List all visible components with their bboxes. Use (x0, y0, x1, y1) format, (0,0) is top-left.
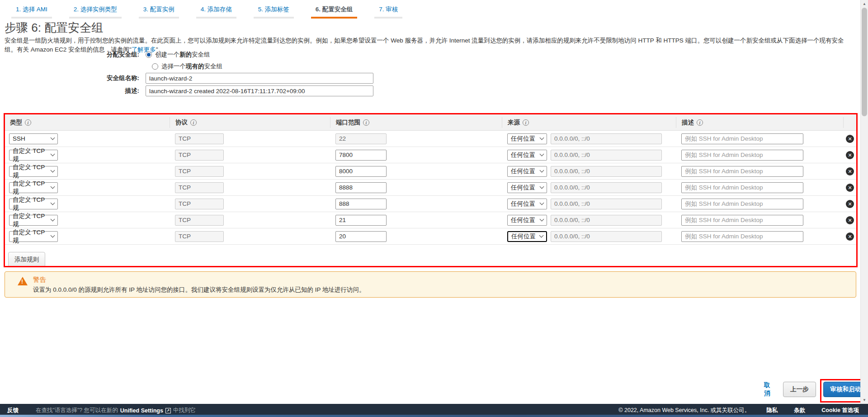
rule-port-input[interactable] (335, 150, 387, 161)
source-type-value: 任何位置 (511, 200, 535, 208)
chevron-down-icon (540, 217, 544, 222)
rule-type-value: 自定义 TCP 规 (13, 228, 51, 245)
rule-port-input[interactable] (335, 166, 387, 177)
rule-type-value: 自定义 TCP 规 (13, 180, 51, 196)
rule-source-input (551, 215, 662, 226)
radio-select-existing-group[interactable] (152, 63, 158, 70)
wizard-tab[interactable]: 2. 选择实例类型 (69, 3, 122, 19)
rule-protocol-input (175, 199, 224, 209)
rule-source-input (551, 199, 662, 209)
rule-description-input[interactable] (681, 231, 803, 242)
rule-row: 自定义 TCP 规 任何位置 ✕ (5, 212, 857, 228)
radio-create-new-group[interactable] (146, 52, 152, 58)
rule-description-input[interactable] (681, 166, 803, 177)
rule-type-select[interactable]: 自定义 TCP 规 (9, 231, 58, 242)
wizard-tab[interactable]: 5. 添加标签 (254, 3, 294, 19)
delete-rule-icon[interactable]: ✕ (846, 167, 854, 175)
rule-type-select[interactable]: 自定义 TCP 规 (9, 182, 58, 193)
wizard-tab[interactable]: 1. 选择 AMI (11, 3, 52, 19)
source-select[interactable]: 任何位置 (507, 215, 547, 226)
security-rules-table: 类型 协议 端口范围 来源 描述 SSH 任何位置 (5, 114, 857, 267)
source-type-value: 任何位置 (511, 232, 536, 241)
scrollbar-thumb[interactable] (862, 8, 867, 116)
copyright-text: © 2022, Amazon Web Services, Inc. 或其关联公司… (618, 407, 750, 414)
info-icon[interactable] (523, 119, 529, 126)
rule-port-input[interactable] (335, 199, 387, 209)
unified-settings-link[interactable]: Unified Settings (120, 408, 163, 414)
feedback-link[interactable]: 反馈 (7, 407, 19, 414)
source-select[interactable]: 任何位置 (507, 199, 547, 209)
rule-port-input[interactable] (335, 215, 387, 226)
group-name-input[interactable] (146, 73, 373, 84)
rule-row: SSH 任何位置 ✕ (5, 131, 857, 147)
rule-description-input[interactable] (681, 182, 803, 193)
rule-description-input[interactable] (681, 199, 803, 209)
group-desc-input[interactable] (146, 85, 373, 96)
wizard-tab[interactable]: 4. 添加存储 (196, 3, 236, 19)
col-header-port-range: 端口范围 (330, 117, 502, 128)
wizard-actions: 取消 上一步 审核和启动 (764, 381, 868, 398)
assign-group-label: 分配安全组: (0, 51, 146, 59)
scroll-down-icon[interactable]: ▼ (861, 396, 868, 404)
source-select[interactable]: 任何位置 (507, 182, 547, 193)
rule-description-input[interactable] (681, 150, 803, 161)
rule-protocol-input (175, 150, 224, 161)
cancel-button[interactable]: 取消 (764, 381, 776, 398)
scroll-up-icon[interactable]: ▲ (861, 0, 868, 8)
chevron-down-icon (51, 201, 55, 205)
rule-port-input[interactable] (335, 182, 387, 193)
chevron-down-icon (540, 152, 544, 156)
delete-rule-icon[interactable]: ✕ (846, 184, 854, 192)
source-type-value: 任何位置 (511, 167, 535, 175)
language-hint: 在查找"语言选择"? 您可以在新的 Unified Settings ↗ 中找到… (36, 407, 196, 414)
info-icon[interactable] (363, 119, 369, 126)
source-select[interactable]: 任何位置 (507, 231, 547, 242)
terms-link[interactable]: 条款 (794, 407, 805, 414)
delete-rule-icon[interactable]: ✕ (846, 200, 854, 208)
wizard-tab[interactable]: 7. 审核 (374, 3, 402, 19)
cookie-preferences-link[interactable]: Cookie 首选项 (821, 407, 859, 414)
rule-description-input[interactable] (681, 215, 803, 226)
language-hint-pre: 在查找"语言选择"? 您可以在新的 (36, 407, 118, 414)
rule-port-input (335, 133, 387, 144)
wizard-tab[interactable]: 6. 配置安全组 (311, 3, 358, 19)
rule-source-input (551, 133, 662, 144)
delete-rule-icon[interactable]: ✕ (846, 135, 854, 143)
rule-type-value: 自定义 TCP 规 (13, 163, 51, 180)
rule-protocol-input (175, 166, 224, 177)
rule-source-input (551, 150, 662, 161)
rule-type-value: 自定义 TCP 规 (13, 147, 51, 163)
warning-box: 警告 设置为 0.0.0.0/0 的源规则允许所有 IP 地址访问您的接口。我们… (5, 271, 856, 298)
source-select[interactable]: 任何位置 (507, 166, 547, 177)
previous-step-button[interactable]: 上一步 (783, 382, 816, 397)
rule-type-select[interactable]: 自定义 TCP 规 (9, 150, 58, 161)
rule-port-input[interactable] (335, 231, 387, 242)
rule-type-select[interactable]: 自定义 TCP 规 (9, 215, 58, 226)
info-icon[interactable] (697, 119, 703, 126)
wizard-tab[interactable]: 3. 配置实例 (139, 3, 179, 19)
delete-rule-icon[interactable]: ✕ (846, 216, 854, 224)
source-select[interactable]: 任何位置 (507, 133, 547, 144)
rule-type-select[interactable]: SSH (9, 133, 58, 144)
privacy-link[interactable]: 隐私 (766, 407, 778, 414)
rule-type-value: 自定义 TCP 规 (13, 212, 51, 228)
rule-type-select[interactable]: 自定义 TCP 规 (9, 166, 58, 177)
chevron-down-icon (539, 233, 544, 238)
delete-rule-icon[interactable]: ✕ (846, 151, 854, 159)
source-select[interactable]: 任何位置 (507, 150, 547, 161)
chevron-down-icon (51, 185, 55, 189)
col-header-description: 描述 (676, 117, 843, 128)
info-icon[interactable] (25, 119, 31, 126)
vertical-scrollbar[interactable]: ▲ ▼ (860, 0, 868, 404)
info-icon[interactable] (190, 119, 197, 126)
delete-rule-icon[interactable]: ✕ (846, 232, 854, 241)
source-type-value: 任何位置 (511, 151, 535, 159)
language-hint-post: 中找到它 (173, 407, 196, 414)
wizard-tabs: 1. 选择 AMI2. 选择实例类型3. 配置实例4. 添加存储5. 添加标签6… (11, 3, 402, 19)
chevron-down-icon (540, 201, 544, 205)
warning-body: 设置为 0.0.0.0/0 的源规则允许所有 IP 地址访问您的接口。我们建议将… (33, 286, 365, 294)
rule-type-select[interactable]: 自定义 TCP 规 (9, 199, 58, 209)
chevron-down-icon (51, 217, 55, 222)
add-rule-button[interactable]: 添加规则 (8, 252, 45, 267)
rule-description-input[interactable] (681, 133, 803, 144)
